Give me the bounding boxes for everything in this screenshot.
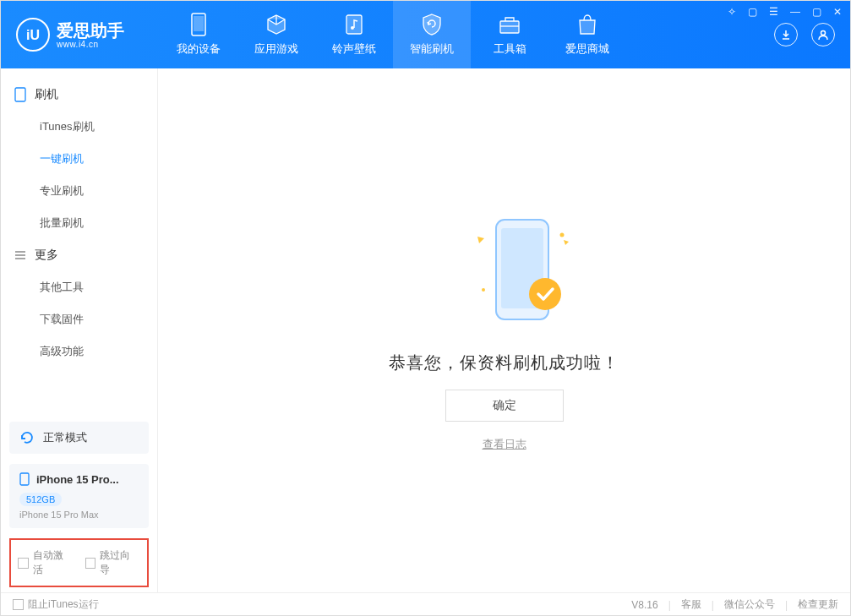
svg-point-7 [821,31,826,35]
window-controls: ✧ ▢ ☰ — ▢ ✕ [726,6,843,18]
svg-rect-5 [500,21,519,33]
success-message: 恭喜您，保资料刷机成功啦！ [389,352,619,374]
device-phone-icon [19,472,30,486]
storage-chip: 512GB [19,493,62,506]
svg-text:iU: iU [26,28,40,42]
music-icon [342,13,366,36]
sidebar-group-flash[interactable]: 刷机 [1,79,157,111]
sidebar-item-other-tools[interactable]: 其他工具 [1,271,157,303]
sidebar-item-advanced[interactable]: 高级功能 [1,335,157,368]
sidebar: 刷机 iTunes刷机 一键刷机 专业刷机 批量刷机 更多 其他工具 下载固件 … [1,68,158,592]
svg-rect-2 [194,16,204,31]
user-button[interactable] [811,23,835,46]
footer: 阻止iTunes运行 V8.16 | 客服 | 微信公众号 | 检查更新 [1,592,850,616]
nav-toolbox[interactable]: 工具箱 [471,1,548,68]
device-box[interactable]: iPhone 15 Pro... 512GB iPhone 15 Pro Max [9,464,149,528]
checkbox-block-itunes[interactable]: 阻止iTunes运行 [13,597,99,612]
checkbox-skip-wizard[interactable]: 跳过向导 [85,548,141,577]
nav-bar: 我的设备 应用游戏 铃声壁纸 智能刷机 工具箱 爱思商城 [160,1,774,68]
check-update-link[interactable]: 检查更新 [798,597,838,612]
svg-point-14 [482,288,485,292]
checkbox-icon [13,599,24,610]
cube-icon [265,13,288,36]
success-illustration [454,210,555,336]
options-row: 自动激活 跳过向导 [9,538,149,587]
sidebar-item-one-click[interactable]: 一键刷机 [1,143,157,175]
download-button[interactable] [774,23,798,46]
header: iU 爱思助手 www.i4.cn 我的设备 应用游戏 铃声壁纸 智能刷机 工具… [1,1,850,68]
main-content: 恭喜您，保资料刷机成功啦！ 确定 查看日志 [158,68,850,592]
nav-ringtone[interactable]: 铃声壁纸 [315,1,393,68]
sidebar-item-pro-flash[interactable]: 专业刷机 [1,175,157,207]
mode-label: 正常模式 [43,430,87,445]
checkbox-auto-activate[interactable]: 自动激活 [18,548,74,577]
win-menu-icon[interactable]: ☰ [767,6,780,18]
sidebar-item-download-fw[interactable]: 下载固件 [1,303,157,335]
mode-box[interactable]: 正常模式 [9,422,149,454]
refresh-icon [19,430,35,445]
nav-flash[interactable]: 智能刷机 [393,1,471,68]
sidebar-item-batch-flash[interactable]: 批量刷机 [1,207,157,239]
sidebar-group-more[interactable]: 更多 [1,239,157,271]
view-log-link[interactable]: 查看日志 [483,437,526,452]
logo-icon: iU [16,18,50,52]
nav-store[interactable]: 爱思商城 [548,1,626,68]
svg-rect-8 [15,88,25,101]
device-full-name: iPhone 15 Pro Max [19,510,139,520]
header-right [774,23,842,46]
svg-point-13 [559,232,564,237]
svg-point-17 [529,278,561,310]
phone-small-icon [14,87,26,102]
checkbox-icon [85,558,96,569]
bag-icon [576,13,599,36]
win-minimize-icon[interactable]: — [788,6,802,18]
win-pin-icon[interactable]: ✧ [726,6,738,18]
svg-rect-12 [20,473,29,485]
checkbox-icon [18,558,29,569]
toolbox-icon [498,13,521,36]
win-maximize-icon[interactable]: ▢ [810,6,823,18]
win-close-icon[interactable]: ✕ [832,6,843,18]
nav-apps[interactable]: 应用游戏 [237,1,315,68]
menu-icon [14,249,26,261]
phone-icon [187,13,210,36]
support-link[interactable]: 客服 [681,597,701,612]
app-name: 爱思助手 [57,21,124,40]
shield-refresh-icon [420,13,444,36]
sidebar-item-itunes-flash[interactable]: iTunes刷机 [1,111,157,143]
nav-device[interactable]: 我的设备 [160,1,237,68]
win-phone-icon[interactable]: ▢ [746,6,759,18]
device-name: iPhone 15 Pro... [36,473,119,486]
logo-area[interactable]: iU 爱思助手 www.i4.cn [16,18,160,52]
wechat-link[interactable]: 微信公众号 [724,597,775,612]
app-url: www.i4.cn [57,40,124,49]
confirm-button[interactable]: 确定 [445,390,564,422]
version-label: V8.16 [631,599,657,611]
